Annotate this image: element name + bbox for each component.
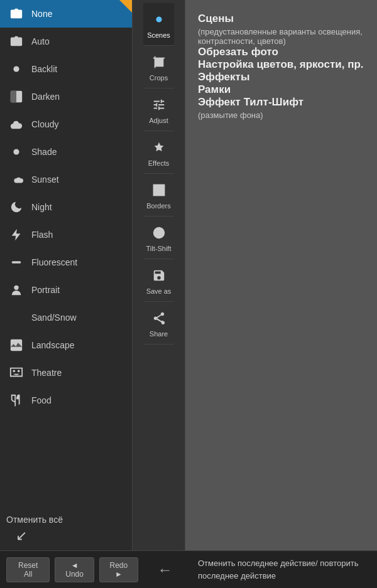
sidebar-item-sunset[interactable]: Sunset: [0, 166, 132, 193]
effects-icon: [149, 137, 169, 158]
undo-button[interactable]: ◄ Undo: [55, 557, 94, 582]
sidebar-item-portrait[interactable]: Portrait: [0, 276, 132, 304]
content-title-borders: Рамки: [198, 83, 364, 96]
fluorescent-icon: [8, 254, 25, 271]
adjust-icon: [149, 95, 169, 115]
sidebar-item-label-fluorescent: Fluorescent: [31, 257, 77, 267]
svg-point-13: [153, 230, 164, 235]
toolbar-item-tiltshift[interactable]: Tilt-Shift: [143, 216, 175, 259]
sunset-icon: [8, 171, 25, 188]
tiltshift-icon: [149, 223, 169, 243]
toolbar-label-effects: Effects: [148, 159, 169, 167]
svg-point-9: [156, 16, 161, 22]
content-title-tiltshift: Эффект Тилт-Шифт: [198, 96, 364, 109]
sidebar-item-fluorescent[interactable]: Fluorescent: [0, 249, 132, 276]
darken-icon: [8, 88, 25, 105]
bottom-right: Отменить последнее действие/ повторить п…: [192, 557, 371, 581]
toolbar-item-saveas[interactable]: Save as: [143, 259, 175, 302]
sidebar-item-label-night: Night: [31, 202, 52, 212]
sidebar-item-sand-snow[interactable]: Sand/Snow: [0, 304, 132, 331]
backlit-icon: [8, 60, 25, 78]
flash-icon: [8, 226, 25, 243]
toolbar-label-crops: Crops: [150, 74, 168, 82]
sidebar-item-theatre[interactable]: Theatre: [0, 359, 132, 387]
sidebar-item-cloudy[interactable]: Cloudy: [0, 110, 132, 138]
sidebar-item-backlit[interactable]: Backlit: [0, 55, 132, 83]
share-icon: [149, 308, 169, 328]
snow-icon: [8, 309, 25, 326]
sidebar-item-shade[interactable]: Shade: [0, 138, 132, 166]
cloud-icon: [8, 115, 25, 133]
sidebar-item-label-portrait: Portrait: [31, 285, 60, 295]
toolbar-label-tiltshift: Tilt-Shift: [146, 245, 172, 252]
saveas-icon: [149, 265, 169, 286]
sidebar-item-label-none: None: [31, 9, 52, 19]
bottom-bar: Reset All ◄ Undo Redo ► ← Отменить после…: [0, 550, 377, 588]
bottom-separator: ←: [138, 561, 192, 579]
svg-rect-10: [155, 58, 163, 67]
sidebar-item-food[interactable]: Food: [0, 387, 132, 414]
svg-point-7: [13, 370, 16, 372]
content-title-adjust: Настройка цветов, яркости, пр.: [198, 58, 364, 71]
sidebar-item-darken[interactable]: Darken: [0, 83, 132, 110]
night-icon: [8, 198, 25, 216]
sidebar-item-label-theatre: Theatre: [31, 368, 62, 378]
reset-all-label: Отменить всё: [6, 515, 63, 525]
sidebar-item-label-food: Food: [31, 395, 52, 405]
svg-rect-11: [153, 185, 164, 196]
toolbar-item-borders[interactable]: Borders: [143, 174, 175, 216]
content-item-adjust: Настройка цветов, яркости, пр.: [198, 58, 364, 71]
theatre-icon: [8, 364, 25, 382]
sidebar-item-label-backlit: Backlit: [31, 64, 57, 74]
content-item-tiltshift: Эффект Тилт-Шифт(размытие фона): [198, 96, 364, 120]
sidebar: NoneAutoBacklitDarkenCloudyShadeSunsetNi…: [0, 0, 132, 550]
redo-button[interactable]: Redo ►: [99, 557, 138, 582]
sidebar-item-label-sand-snow: Sand/Snow: [31, 313, 77, 323]
content-item-crop: Обрезать фото: [198, 46, 364, 58]
borders-icon: [149, 180, 169, 200]
camera-icon: [8, 5, 25, 23]
reset-all-button[interactable]: Reset All: [6, 557, 50, 582]
sidebar-item-flash[interactable]: Flash: [0, 221, 132, 249]
toolbar-item-crops[interactable]: Crops: [143, 46, 175, 88]
portrait-icon: [8, 281, 25, 299]
content-desc-scenes: (предустановленные варианты освещения, к…: [198, 27, 364, 46]
content-item-effects: Эффекты: [198, 71, 364, 83]
toolbar-label-share: Share: [150, 330, 168, 338]
camera-icon: [8, 33, 25, 50]
back-arrow-icon: ←: [158, 561, 173, 579]
svg-rect-4: [12, 261, 21, 264]
bottom-left: Reset All ◄ Undo Redo ►: [6, 557, 138, 582]
sidebar-item-landscape[interactable]: Landscape: [0, 331, 132, 359]
active-corner-indicator: [119, 0, 132, 13]
svg-point-3: [13, 149, 19, 154]
content-title-effects: Эффекты: [198, 71, 364, 83]
content-title-crop: Обрезать фото: [198, 46, 364, 58]
sidebar-item-label-auto: Auto: [31, 36, 50, 46]
food-icon: [8, 392, 25, 409]
svg-point-8: [18, 370, 20, 372]
sidebar-item-label-landscape: Landscape: [31, 340, 75, 350]
sidebar-item-label-cloudy: Cloudy: [31, 119, 59, 129]
toolbar-item-scenes[interactable]: Scenes: [143, 3, 175, 46]
content-item-scenes: Сцены(предустановленные варианты освещен…: [198, 13, 364, 46]
svg-point-5: [14, 286, 18, 290]
svg-rect-2: [11, 91, 16, 102]
crops-icon: [149, 52, 169, 72]
sidebar-item-none[interactable]: None: [0, 0, 132, 28]
sidebar-item-label-darken: Darken: [31, 92, 60, 102]
sidebar-item-label-sunset: Sunset: [31, 174, 59, 184]
svg-point-0: [13, 66, 19, 72]
content-area: Сцены(предустановленные варианты освещен…: [185, 0, 377, 550]
sidebar-item-auto[interactable]: Auto: [0, 28, 132, 55]
toolbar-item-share[interactable]: Share: [143, 302, 175, 345]
toolbar-label-saveas: Save as: [146, 287, 172, 295]
toolbar-item-adjust[interactable]: Adjust: [143, 88, 175, 131]
toolbar-label-borders: Borders: [146, 202, 171, 210]
reset-arrow: ↙: [16, 528, 27, 544]
sidebar-item-label-flash: Flash: [31, 230, 53, 240]
toolbar-item-effects[interactable]: Effects: [143, 131, 175, 174]
content-title-scenes: Сцены: [198, 13, 364, 25]
scenes-icon: [149, 9, 169, 29]
sidebar-item-night[interactable]: Night: [0, 193, 132, 221]
